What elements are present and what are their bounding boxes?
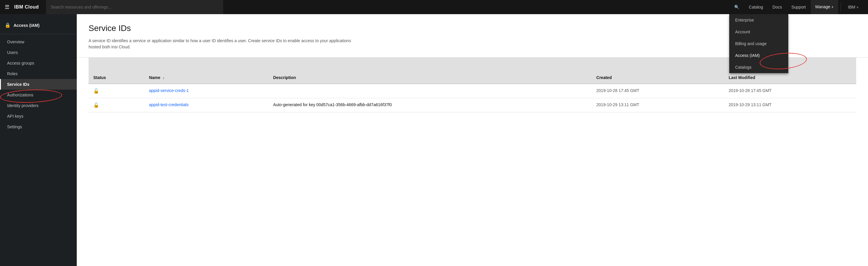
sidebar: 🔒 Access (IAM) Overview Users Access gro…: [0, 14, 77, 266]
nav-support[interactable]: Support: [786, 0, 810, 14]
col-name[interactable]: Name ↓: [144, 72, 269, 84]
nav-ibm[interactable]: IBM ∨: [843, 0, 863, 14]
col-description: Description: [268, 72, 592, 84]
sidebar-header: 🔒 Access (IAM): [0, 19, 77, 32]
nav-docs[interactable]: Docs: [768, 0, 787, 14]
table-row: 🔓 appid-test-credentials Auto-generated …: [89, 98, 856, 112]
sidebar-item-access-groups[interactable]: Access groups: [0, 58, 77, 68]
sidebar-item-api-keys[interactable]: API keys: [0, 111, 77, 122]
col-created: Created: [592, 72, 724, 84]
sidebar-divider: [0, 34, 77, 34]
dropdown-iam[interactable]: Access (IAM): [729, 49, 788, 61]
sidebar-service-ids-wrapper: Service IDs: [0, 79, 77, 90]
col-status: Status: [89, 72, 144, 84]
nav-links: 🔍 Catalog Docs Support Manage ∧ IBM ∨: [730, 0, 863, 14]
sidebar-item-authorizations[interactable]: Authorizations: [0, 90, 77, 100]
row1-description: [268, 84, 592, 98]
row1-last-modified: 2019-10-28 17:45 GMT: [724, 84, 856, 98]
nav-catalog[interactable]: Catalog: [744, 0, 768, 14]
search-icon[interactable]: 🔍: [730, 5, 744, 9]
sidebar-item-identity-providers[interactable]: Identity providers: [0, 100, 77, 111]
manage-dropdown-menu: Enterprise Account Billing and usage Acc…: [729, 14, 788, 73]
chevron-down-icon: ∨: [857, 6, 859, 9]
row2-description: Auto-generated for key 00d57ca1-356b-466…: [268, 98, 592, 112]
lock-icon: 🔒: [5, 23, 11, 28]
sidebar-title: Access (IAM): [13, 23, 39, 28]
lock-open-icon: 🔓: [93, 89, 99, 94]
ibm-logo: IBM Cloud: [14, 4, 39, 10]
search-input[interactable]: [46, 0, 223, 14]
page-description: A service ID identifies a service or app…: [89, 38, 354, 50]
row1-status: 🔓: [89, 84, 144, 98]
lock-open-icon: 🔓: [93, 103, 99, 108]
row2-last-modified: 2019-10-29 13:11 GMT: [724, 98, 856, 112]
sidebar-item-service-ids[interactable]: Service IDs: [0, 79, 77, 90]
service-ids-table: Status Name ↓ Description Created Last M…: [89, 72, 856, 112]
col-last-modified: Last Modified: [724, 72, 856, 84]
dropdown-catalogs[interactable]: Catalogs: [729, 61, 788, 73]
sort-icon: ↓: [163, 76, 164, 80]
service-id-link-1[interactable]: appid-service-creds-1: [149, 88, 189, 93]
row2-created: 2019-10-29 13:11 GMT: [592, 98, 724, 112]
table-header-row: Status Name ↓ Description Created Last M…: [89, 72, 856, 84]
row1-name: appid-service-creds-1: [144, 84, 269, 98]
top-navigation: ☰ IBM Cloud 🔍 Catalog Docs Support Manag…: [0, 0, 868, 14]
service-id-link-2[interactable]: appid-test-credentials: [149, 102, 189, 107]
dropdown-account[interactable]: Account: [729, 26, 788, 38]
row2-status: 🔓: [89, 98, 144, 112]
dropdown-enterprise[interactable]: Enterprise: [729, 14, 788, 26]
chevron-up-icon: ∧: [831, 5, 833, 8]
sidebar-item-overview[interactable]: Overview: [0, 37, 77, 47]
dropdown-billing[interactable]: Billing and usage: [729, 38, 788, 49]
table-row: 🔓 appid-service-creds-1 2019-10-28 17:45…: [89, 84, 856, 98]
sidebar-item-users[interactable]: Users: [0, 47, 77, 58]
sidebar-item-settings[interactable]: Settings: [0, 122, 77, 132]
row2-name: appid-test-credentials: [144, 98, 269, 112]
nav-manage[interactable]: Manage ∧: [811, 0, 838, 14]
sidebar-item-roles[interactable]: Roles: [0, 68, 77, 79]
row1-created: 2019-10-28 17:45 GMT: [592, 84, 724, 98]
hamburger-icon[interactable]: ☰: [5, 4, 9, 10]
